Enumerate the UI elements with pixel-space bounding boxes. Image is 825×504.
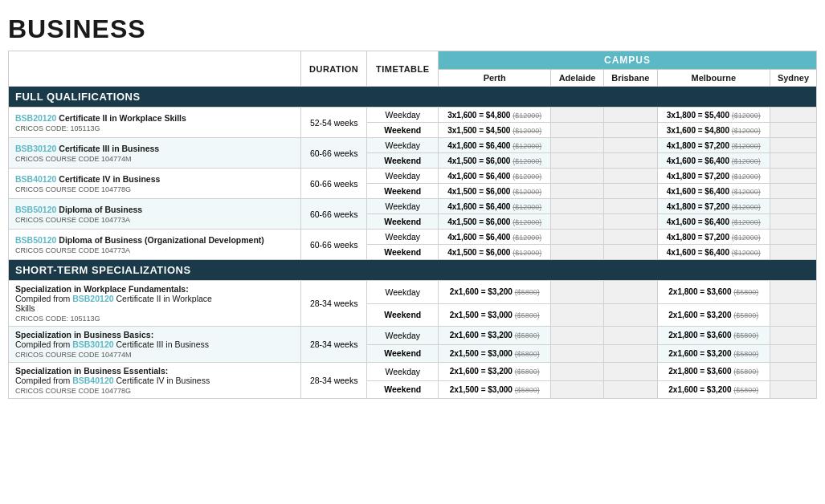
course-cell: BSB50120 Diploma of Business (Organizati… (9, 230, 301, 260)
melbourne-price-cell: 4x1,600 = $6,400 ($12000) (657, 214, 770, 230)
timetable-cell: Weekend (367, 214, 439, 230)
table-row: BSB20120 Certificate II in Workplace Ski… (9, 108, 817, 123)
perth-price-cell: 2x1,500 = $3,000 ($5800) (439, 303, 551, 327)
timetable-cell: Weekend (367, 184, 439, 199)
timetable-cell: Weekday (367, 327, 439, 345)
duration-cell: 60-66 weeks (300, 169, 367, 199)
timetable-cell: Weekday (367, 363, 439, 381)
timetable-cell: Weekend (367, 303, 439, 327)
course-cell: BSB50120 Diploma of BusinessCRICOS COURS… (9, 199, 301, 230)
duration-cell: 28-34 weeks (300, 363, 367, 399)
table-row: BSB50120 Diploma of Business (Organizati… (9, 230, 817, 245)
duration-cell: 60-66 weeks (300, 199, 367, 230)
sydney-price-cell (770, 363, 816, 381)
adelaide-price-cell (551, 303, 604, 327)
course-cell: BSB30120 Certificate III in BusinessCRIC… (9, 138, 301, 169)
section-label: FULL QUALIFICATIONS (9, 87, 817, 108)
brisbane-price-cell (603, 380, 657, 399)
sydney-price-cell (770, 303, 816, 327)
brisbane-price-cell (603, 153, 657, 169)
melbourne-header: Melbourne (657, 70, 770, 87)
adelaide-price-cell (551, 108, 604, 123)
sydney-price-cell (770, 214, 816, 230)
sydney-price-cell (770, 230, 816, 245)
melbourne-price-cell: 2x1,600 = $3,200 ($5800) (657, 380, 770, 399)
adelaide-price-cell (551, 380, 604, 399)
perth-price-cell: 4x1,600 = $6,400 ($12000) (439, 138, 551, 153)
sydney-price-cell (770, 184, 816, 199)
perth-price-cell: 4x1,500 = $6,000 ($12000) (439, 184, 551, 199)
brisbane-price-cell (603, 327, 657, 345)
melbourne-price-cell: 2x1,800 = $3,600 ($5800) (657, 363, 770, 381)
perth-price-cell: 4x1,600 = $6,400 ($12000) (439, 199, 551, 214)
perth-price-cell: 2x1,600 = $3,200 ($5800) (439, 363, 551, 381)
adelaide-price-cell (551, 153, 604, 169)
brisbane-price-cell (603, 245, 657, 260)
brisbane-price-cell (603, 344, 657, 363)
page-header: BUSINESS (8, 8, 817, 51)
adelaide-price-cell (551, 281, 604, 304)
melbourne-price-cell: 4x1,600 = $6,400 ($12000) (657, 245, 770, 260)
brisbane-price-cell (603, 214, 657, 230)
section-label: SHORT-TERM SPECIALIZATIONS (9, 260, 817, 281)
brisbane-price-cell (603, 184, 657, 199)
sydney-price-cell (770, 281, 816, 304)
melbourne-price-cell: 4x1,800 = $7,200 ($12000) (657, 169, 770, 184)
adelaide-price-cell (551, 169, 604, 184)
timetable-cell: Weekend (367, 245, 439, 260)
table-row: Specialization in Business Essentials:Co… (9, 363, 817, 381)
melbourne-price-cell: 4x1,600 = $6,400 ($12000) (657, 153, 770, 169)
adelaide-price-cell (551, 245, 604, 260)
adelaide-price-cell (551, 138, 604, 153)
table-row: BSB50120 Diploma of BusinessCRICOS COURS… (9, 199, 817, 214)
sydney-price-cell (770, 138, 816, 153)
melbourne-price-cell: 4x1,600 = $6,400 ($12000) (657, 184, 770, 199)
brisbane-price-cell (603, 199, 657, 214)
duration-cell: 28-34 weeks (300, 281, 367, 327)
perth-price-cell: 4x1,500 = $6,000 ($12000) (439, 245, 551, 260)
course-header (9, 51, 301, 87)
duration-header: DURATION (300, 51, 367, 87)
sydney-price-cell (770, 123, 816, 138)
duration-cell: 28-34 weeks (300, 327, 367, 363)
adelaide-price-cell (551, 199, 604, 214)
perth-price-cell: 2x1,500 = $3,000 ($5800) (439, 344, 551, 363)
duration-cell: 60-66 weeks (300, 138, 367, 169)
adelaide-price-cell (551, 214, 604, 230)
adelaide-price-cell (551, 363, 604, 381)
melbourne-price-cell: 2x1,800 = $3,600 ($5800) (657, 327, 770, 345)
campus-header: CAMPUS (439, 51, 817, 70)
timetable-cell: Weekend (367, 380, 439, 399)
sydney-price-cell (770, 199, 816, 214)
timetable-cell: Weekday (367, 281, 439, 304)
perth-price-cell: 2x1,600 = $3,200 ($5800) (439, 327, 551, 345)
melbourne-price-cell: 2x1,600 = $3,200 ($5800) (657, 303, 770, 327)
header-row-1: DURATION TIMETABLE CAMPUS (9, 51, 817, 70)
timetable-cell: Weekday (367, 199, 439, 214)
course-cell: Specialization in Workplace Fundamentals… (9, 281, 301, 327)
brisbane-price-cell (603, 303, 657, 327)
section-header-row: SHORT-TERM SPECIALIZATIONS (9, 260, 817, 281)
section-header-row: FULL QUALIFICATIONS (9, 87, 817, 108)
brisbane-price-cell (603, 281, 657, 304)
sydney-price-cell (770, 344, 816, 363)
sydney-price-cell (770, 169, 816, 184)
course-cell: BSB20120 Certificate II in Workplace Ski… (9, 108, 301, 138)
perth-header: Perth (439, 70, 551, 87)
adelaide-price-cell (551, 230, 604, 245)
duration-cell: 52-54 weeks (300, 108, 367, 138)
brisbane-price-cell (603, 230, 657, 245)
timetable-cell: Weekend (367, 153, 439, 169)
adelaide-price-cell (551, 123, 604, 138)
table-row: Specialization in Workplace Fundamentals… (9, 281, 817, 304)
adelaide-header: Adelaide (551, 70, 604, 87)
course-cell: BSB40120 Certificate IV in BusinessCRICO… (9, 169, 301, 199)
timetable-cell: Weekday (367, 138, 439, 153)
brisbane-price-cell (603, 123, 657, 138)
perth-price-cell: 4x1,600 = $6,400 ($12000) (439, 230, 551, 245)
melbourne-price-cell: 2x1,600 = $3,200 ($5800) (657, 344, 770, 363)
timetable-cell: Weekday (367, 108, 439, 123)
page-container: BUSINESS DURATION TIMETABLE CAMPUS Perth… (0, 0, 825, 504)
adelaide-price-cell (551, 344, 604, 363)
brisbane-price-cell (603, 108, 657, 123)
